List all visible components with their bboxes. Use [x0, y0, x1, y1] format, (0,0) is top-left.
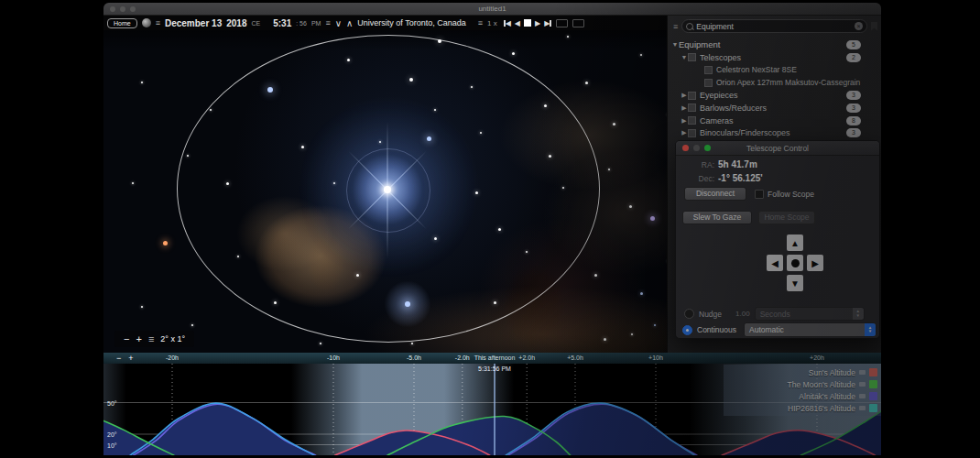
star-dot — [640, 54, 642, 56]
legend-row[interactable]: Sun's Altitude — [724, 366, 877, 378]
step-back-icon[interactable]: ◀ — [515, 19, 520, 27]
search-value[interactable]: Equipment — [696, 22, 852, 31]
telescope-control-titlebar[interactable]: Telescope Control — [676, 141, 879, 156]
rate-value[interactable]: 1 x — [487, 19, 497, 27]
legend-swatch[interactable] — [869, 404, 877, 412]
date-value[interactable]: December 13 — [165, 18, 222, 28]
search-input[interactable]: Equipment × — [681, 19, 867, 33]
time-menu-icon[interactable]: ≡ — [325, 18, 330, 27]
time-tick-label: -2.0h — [455, 354, 470, 361]
legend-checkbox-icon[interactable] — [859, 382, 866, 387]
slew-stop-button[interactable] — [787, 255, 803, 271]
legend-row[interactable]: Alnitak's Altitude — [724, 390, 877, 402]
view-frame2-icon[interactable] — [572, 19, 584, 27]
bookmark-icon[interactable] — [871, 22, 877, 31]
time-value[interactable]: 5:31 — [273, 18, 291, 28]
graph-zoom-in-button[interactable]: + — [128, 354, 133, 363]
play-icon[interactable]: ▶ — [535, 19, 540, 27]
home-scope-button[interactable]: Home Scope — [758, 211, 815, 224]
legend-swatch[interactable] — [869, 368, 877, 376]
legend-swatch[interactable] — [869, 380, 877, 388]
altitude-tick-label: 20° — [107, 431, 117, 438]
legend-checkbox-icon[interactable] — [859, 406, 866, 410]
checkbox-icon[interactable] — [755, 190, 764, 199]
disclosure-icon[interactable]: ▼ — [681, 54, 688, 60]
stop-icon[interactable] — [524, 19, 531, 27]
star-dot — [411, 343, 413, 344]
equipment-checkbox-icon[interactable] — [704, 66, 713, 74]
star-dot — [650, 216, 655, 221]
view-frame-icon[interactable] — [556, 19, 568, 27]
disconnect-button[interactable]: Disconnect — [684, 187, 746, 201]
equipment-tree: ▼Equipment5▼Telescopes2Celestron NexStar… — [668, 36, 881, 139]
equipment-checkbox-icon[interactable] — [704, 79, 713, 87]
time-tick-label: This afternoon — [474, 354, 516, 361]
disclosure-icon[interactable]: ▼ — [671, 41, 679, 48]
star-dot — [629, 205, 632, 208]
disclosure-icon[interactable]: ▶ — [681, 129, 688, 136]
tree-row-binoculars-finderscopes[interactable]: ▶Binoculars/Finderscopes3 — [668, 127, 881, 140]
nudge-value[interactable]: 1.00 — [735, 310, 750, 318]
equipment-checkbox-icon[interactable] — [688, 116, 696, 125]
disclosure-icon[interactable]: ▶ — [681, 104, 688, 112]
equipment-checkbox-icon[interactable] — [688, 92, 696, 100]
tree-row-celestron-nexstar-8se[interactable]: Celestron NexStar 8SE — [668, 64, 881, 77]
nudge-radio[interactable] — [684, 309, 694, 319]
slew-left-button[interactable]: ◀ — [767, 255, 783, 271]
sky-view[interactable]: − + ≡ 2° x 1° — [103, 30, 667, 353]
tree-row-orion-apex-127mm-maksutov-cassegrain[interactable]: Orion Apex 127mm Maksutov-Cassegrain — [668, 76, 881, 89]
nudge-unit-dropdown[interactable]: Seconds ▲▼ — [755, 307, 865, 321]
fov-menu-icon[interactable]: ≡ — [148, 333, 154, 344]
location-label[interactable]: University of Toronto, Canada — [357, 18, 465, 27]
equipment-checkbox-icon[interactable] — [688, 104, 696, 112]
tree-row-cameras[interactable]: ▶Cameras8 — [668, 114, 881, 127]
disclosure-icon[interactable]: ▶ — [681, 92, 688, 99]
tree-label: Eyepieces — [700, 91, 846, 100]
ra-row: RA: 5h 41.7m — [692, 159, 879, 169]
skip-start-icon[interactable]: ◀ — [504, 19, 511, 27]
legend-row[interactable]: The Moon's Altitude — [724, 378, 877, 390]
count-badge: 5 — [846, 40, 861, 49]
year-value[interactable]: 2018 — [226, 18, 246, 28]
disclosure-icon[interactable]: ▶ — [681, 117, 688, 125]
continuous-mode-dropdown[interactable]: Automatic ▲▼ — [744, 322, 877, 337]
stop-dot-icon — [791, 259, 800, 267]
time-up-icon[interactable]: ∧ — [346, 18, 353, 28]
equipment-checkbox-icon[interactable] — [688, 129, 696, 137]
equipment-checkbox-icon[interactable] — [688, 53, 696, 61]
tree-row-telescopes[interactable]: ▼Telescopes2 — [668, 51, 881, 64]
clear-search-icon[interactable]: × — [855, 22, 863, 30]
slew-down-button[interactable]: ▼ — [787, 275, 803, 291]
tree-row-eyepieces[interactable]: ▶Eyepieces3 — [668, 89, 881, 102]
legend-label: The Moon's Altitude — [788, 380, 855, 389]
slew-up-button[interactable]: ▲ — [787, 234, 803, 251]
date-menu-icon[interactable]: ≡ — [156, 18, 160, 27]
telescope-control-window: Telescope Control RA: 5h 41.7m Dec: -1° … — [675, 140, 880, 339]
star-dot — [585, 82, 588, 84]
slew-right-button[interactable]: ▶ — [807, 255, 823, 271]
current-time-label: 5:31:56 PM — [478, 365, 511, 372]
continuous-radio[interactable] — [682, 325, 692, 335]
zoom-out-button[interactable]: − — [124, 333, 129, 344]
graph-zoom-out-button[interactable]: − — [116, 354, 121, 363]
legend-checkbox-icon[interactable] — [859, 370, 866, 375]
rate-menu-icon[interactable]: ≡ — [478, 18, 483, 27]
alnitak-star[interactable] — [381, 183, 394, 196]
globe-icon[interactable] — [142, 18, 151, 27]
zoom-in-button[interactable]: + — [136, 333, 141, 344]
legend-row[interactable]: HIP26816's Altitude — [724, 402, 877, 414]
slew-to-gaze-button[interactable]: Slew To Gaze — [682, 211, 752, 224]
panel-menu-icon[interactable]: ≡ — [673, 22, 678, 31]
tree-row-equipment[interactable]: ▼Equipment5 — [668, 38, 881, 51]
time-tick-label: +5.0h — [567, 354, 583, 361]
legend-swatch[interactable] — [869, 392, 877, 400]
meridiem-label: PM — [311, 20, 321, 27]
time-down-icon[interactable]: ∨ — [335, 18, 342, 28]
tree-row-barlows-reducers[interactable]: ▶Barlows/Reducers3 — [668, 102, 881, 114]
legend-checkbox-icon[interactable] — [859, 394, 866, 398]
skip-end-icon[interactable]: ▶ — [544, 19, 551, 27]
graph-time-axis: − + -20h-10h-5.0h-2.0hThis afternoon+2.0… — [103, 353, 881, 364]
graph-plot-area[interactable]: 50°20°10° 5:31:56 PM Sun's AltitudeThe M… — [103, 364, 881, 455]
home-button[interactable]: Home — [107, 18, 137, 28]
follow-scope-checkbox[interactable]: Follow Scope — [755, 190, 814, 199]
